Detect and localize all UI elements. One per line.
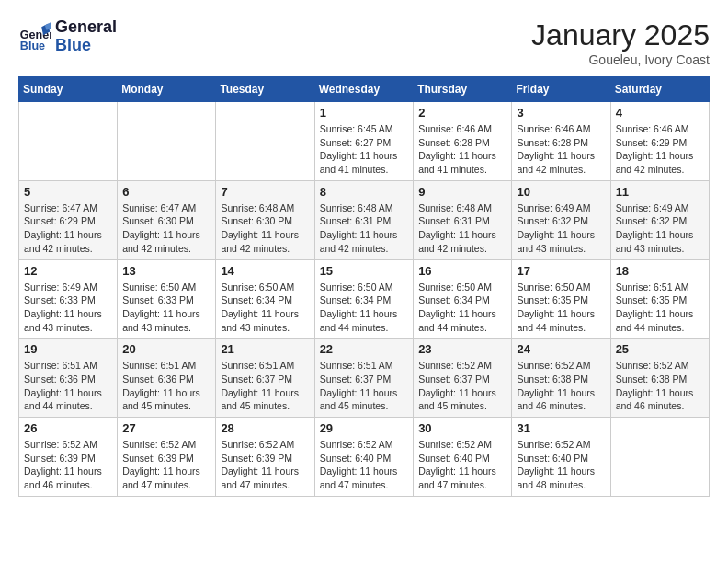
calendar-week-3: 12Sunrise: 6:49 AM Sunset: 6:33 PM Dayli… [19, 259, 710, 339]
calendar-week-4: 19Sunrise: 6:51 AM Sunset: 6:36 PM Dayli… [19, 339, 710, 418]
calendar-cell: 2Sunrise: 6:46 AM Sunset: 6:28 PM Daylig… [414, 102, 512, 181]
day-number: 10 [517, 185, 605, 199]
day-number: 15 [320, 264, 409, 278]
month-title: January 2025 [531, 18, 710, 52]
calendar-week-5: 26Sunrise: 6:52 AM Sunset: 6:39 PM Dayli… [19, 418, 710, 497]
calendar-cell: 29Sunrise: 6:52 AM Sunset: 6:40 PM Dayli… [314, 418, 414, 497]
calendar-cell: 9Sunrise: 6:48 AM Sunset: 6:31 PM Daylig… [414, 180, 512, 259]
calendar-cell: 4Sunrise: 6:46 AM Sunset: 6:29 PM Daylig… [610, 102, 709, 181]
calendar-cell [118, 102, 216, 181]
logo: General Blue General Blue [18, 18, 117, 55]
calendar-cell: 13Sunrise: 6:50 AM Sunset: 6:33 PM Dayli… [118, 259, 216, 339]
calendar-cell: 30Sunrise: 6:52 AM Sunset: 6:40 PM Dayli… [414, 418, 512, 497]
day-info: Sunrise: 6:45 AM Sunset: 6:27 PM Dayligh… [320, 122, 409, 177]
day-number: 14 [221, 264, 309, 278]
day-number: 2 [418, 106, 506, 120]
day-number: 25 [616, 342, 704, 356]
day-info: Sunrise: 6:49 AM Sunset: 6:32 PM Dayligh… [616, 201, 704, 256]
calendar-cell: 18Sunrise: 6:51 AM Sunset: 6:35 PM Dayli… [610, 259, 709, 339]
day-info: Sunrise: 6:52 AM Sunset: 6:40 PM Dayligh… [418, 438, 506, 492]
calendar-cell: 21Sunrise: 6:51 AM Sunset: 6:37 PM Dayli… [216, 339, 314, 418]
weekday-friday: Friday [512, 77, 610, 102]
day-info: Sunrise: 6:52 AM Sunset: 6:39 PM Dayligh… [24, 438, 112, 492]
weekday-tuesday: Tuesday [216, 77, 314, 102]
day-info: Sunrise: 6:50 AM Sunset: 6:34 PM Dayligh… [320, 281, 409, 335]
calendar-cell: 20Sunrise: 6:51 AM Sunset: 6:36 PM Dayli… [118, 339, 216, 418]
day-number: 31 [517, 421, 605, 435]
day-info: Sunrise: 6:46 AM Sunset: 6:28 PM Dayligh… [517, 122, 605, 177]
day-info: Sunrise: 6:52 AM Sunset: 6:38 PM Dayligh… [616, 359, 704, 413]
day-number: 12 [24, 264, 112, 278]
day-number: 18 [616, 264, 704, 278]
calendar-cell: 1Sunrise: 6:45 AM Sunset: 6:27 PM Daylig… [314, 102, 414, 181]
day-number: 3 [517, 106, 605, 120]
day-info: Sunrise: 6:48 AM Sunset: 6:30 PM Dayligh… [221, 201, 309, 256]
calendar-cell: 12Sunrise: 6:49 AM Sunset: 6:33 PM Dayli… [19, 259, 118, 339]
calendar-cell: 19Sunrise: 6:51 AM Sunset: 6:36 PM Dayli… [19, 339, 118, 418]
day-number: 23 [418, 342, 506, 356]
day-number: 24 [517, 342, 605, 356]
weekday-thursday: Thursday [414, 77, 512, 102]
day-number: 20 [122, 342, 210, 356]
day-number: 21 [221, 342, 309, 356]
day-info: Sunrise: 6:47 AM Sunset: 6:29 PM Dayligh… [24, 201, 112, 256]
calendar-cell: 10Sunrise: 6:49 AM Sunset: 6:32 PM Dayli… [512, 180, 610, 259]
day-info: Sunrise: 6:52 AM Sunset: 6:38 PM Dayligh… [517, 359, 605, 413]
calendar-cell: 15Sunrise: 6:50 AM Sunset: 6:34 PM Dayli… [314, 259, 414, 339]
day-number: 7 [221, 185, 309, 199]
day-number: 16 [418, 264, 506, 278]
day-info: Sunrise: 6:51 AM Sunset: 6:35 PM Dayligh… [616, 281, 704, 335]
day-info: Sunrise: 6:52 AM Sunset: 6:37 PM Dayligh… [418, 359, 506, 413]
day-info: Sunrise: 6:51 AM Sunset: 6:36 PM Dayligh… [122, 359, 210, 413]
day-info: Sunrise: 6:48 AM Sunset: 6:31 PM Dayligh… [418, 201, 506, 256]
day-number: 19 [24, 342, 112, 356]
day-info: Sunrise: 6:51 AM Sunset: 6:36 PM Dayligh… [24, 359, 112, 413]
day-number: 8 [320, 185, 409, 199]
day-number: 26 [24, 421, 112, 435]
weekday-sunday: Sunday [19, 77, 118, 102]
calendar-cell: 14Sunrise: 6:50 AM Sunset: 6:34 PM Dayli… [216, 259, 314, 339]
calendar-week-2: 5Sunrise: 6:47 AM Sunset: 6:29 PM Daylig… [19, 180, 710, 259]
calendar-cell: 6Sunrise: 6:47 AM Sunset: 6:30 PM Daylig… [118, 180, 216, 259]
day-number: 17 [517, 264, 605, 278]
calendar-body: 1Sunrise: 6:45 AM Sunset: 6:27 PM Daylig… [19, 102, 710, 497]
calendar-cell: 5Sunrise: 6:47 AM Sunset: 6:29 PM Daylig… [19, 180, 118, 259]
day-info: Sunrise: 6:48 AM Sunset: 6:31 PM Dayligh… [320, 201, 409, 256]
page-header: General Blue General Blue January 2025 G… [18, 18, 710, 67]
calendar: SundayMondayTuesdayWednesdayThursdayFrid… [18, 76, 710, 497]
day-number: 11 [616, 185, 704, 199]
day-number: 9 [418, 185, 506, 199]
weekday-saturday: Saturday [610, 77, 709, 102]
calendar-cell: 22Sunrise: 6:51 AM Sunset: 6:37 PM Dayli… [314, 339, 414, 418]
day-info: Sunrise: 6:52 AM Sunset: 6:40 PM Dayligh… [517, 438, 605, 492]
logo-icon: General Blue [18, 20, 51, 53]
day-info: Sunrise: 6:51 AM Sunset: 6:37 PM Dayligh… [320, 359, 409, 413]
day-number: 29 [320, 421, 409, 435]
weekday-wednesday: Wednesday [314, 77, 414, 102]
calendar-cell [610, 418, 709, 497]
calendar-cell: 31Sunrise: 6:52 AM Sunset: 6:40 PM Dayli… [512, 418, 610, 497]
day-number: 27 [122, 421, 210, 435]
day-number: 1 [320, 106, 409, 120]
calendar-cell: 16Sunrise: 6:50 AM Sunset: 6:34 PM Dayli… [414, 259, 512, 339]
day-info: Sunrise: 6:50 AM Sunset: 6:34 PM Dayligh… [221, 281, 309, 335]
day-info: Sunrise: 6:52 AM Sunset: 6:39 PM Dayligh… [221, 438, 309, 492]
day-info: Sunrise: 6:47 AM Sunset: 6:30 PM Dayligh… [122, 201, 210, 256]
weekday-monday: Monday [118, 77, 216, 102]
calendar-cell [216, 102, 314, 181]
calendar-cell: 11Sunrise: 6:49 AM Sunset: 6:32 PM Dayli… [610, 180, 709, 259]
day-info: Sunrise: 6:50 AM Sunset: 6:33 PM Dayligh… [122, 281, 210, 335]
calendar-cell: 25Sunrise: 6:52 AM Sunset: 6:38 PM Dayli… [610, 339, 709, 418]
day-info: Sunrise: 6:49 AM Sunset: 6:33 PM Dayligh… [24, 281, 112, 335]
calendar-cell: 28Sunrise: 6:52 AM Sunset: 6:39 PM Dayli… [216, 418, 314, 497]
day-number: 22 [320, 342, 409, 356]
calendar-cell: 17Sunrise: 6:50 AM Sunset: 6:35 PM Dayli… [512, 259, 610, 339]
calendar-cell: 23Sunrise: 6:52 AM Sunset: 6:37 PM Dayli… [414, 339, 512, 418]
calendar-week-1: 1Sunrise: 6:45 AM Sunset: 6:27 PM Daylig… [19, 102, 710, 181]
day-number: 13 [122, 264, 210, 278]
day-info: Sunrise: 6:51 AM Sunset: 6:37 PM Dayligh… [221, 359, 309, 413]
day-number: 4 [616, 106, 704, 120]
day-info: Sunrise: 6:46 AM Sunset: 6:28 PM Dayligh… [418, 122, 506, 177]
logo-text: General Blue [55, 18, 117, 55]
calendar-cell: 27Sunrise: 6:52 AM Sunset: 6:39 PM Dayli… [118, 418, 216, 497]
